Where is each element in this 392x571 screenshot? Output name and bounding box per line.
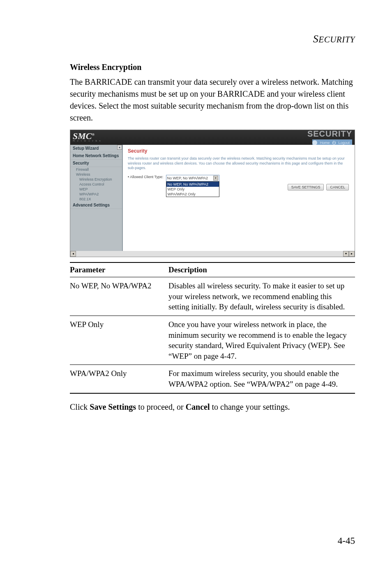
sidebar-item-access-control[interactable]: Access Control — [70, 182, 122, 187]
select-value: No WEP, No WPA/WPA2 — [167, 176, 208, 180]
action-buttons: SAVE SETTINGS CANCEL — [288, 184, 349, 190]
closing-text: to proceed, or — [136, 402, 186, 411]
table-row: WPA/WPA2 Only For maximum wireless secur… — [70, 365, 355, 393]
dropdown-option[interactable]: WEP Only — [166, 187, 219, 192]
scroll-up-icon[interactable]: ▴ — [117, 145, 122, 150]
section-heading: Wireless Encryption — [70, 63, 355, 72]
page-header: SECURITY — [70, 33, 355, 45]
desc-cell: Once you have your wireless network in p… — [168, 316, 355, 365]
page-number: 4-45 — [338, 536, 355, 546]
logout-link[interactable]: Logout — [338, 141, 350, 145]
reg-mark: ® — [92, 132, 95, 137]
content-pane: Security The wireless router can transmi… — [123, 145, 355, 251]
intro-paragraph: The BARRICADE can transmit your data sec… — [70, 76, 355, 124]
sidebar-item-home-network[interactable]: Home Network Settings — [70, 152, 122, 160]
param-cell: WEP Only — [70, 316, 168, 365]
content-description: The wireless router can transmit your da… — [128, 156, 350, 171]
save-settings-button[interactable]: SAVE SETTINGS — [288, 184, 324, 190]
closing-paragraph: Click Save Settings to proceed, or Cance… — [70, 401, 355, 413]
sidebar-item-wireless[interactable]: Wireless — [70, 172, 122, 177]
param-cell: No WEP, No WPA/WPA2 — [70, 277, 168, 316]
logo-subtext: N e t w o r k s — [73, 140, 101, 142]
sidebar-item-8021x[interactable]: 802.1X — [70, 197, 122, 202]
desc-cell: Disables all wireless security. To make … — [168, 277, 355, 316]
dropdown-option[interactable]: WPA/WPA2 Only — [166, 192, 219, 197]
dropdown-list: No WEP, No WPA/WPA2 WEP Only WPA/WPA2 On… — [166, 181, 219, 197]
dropdown-option[interactable]: No WEP, No WPA/WPA2 — [166, 182, 219, 187]
col-header-description: Description — [168, 262, 355, 277]
sidebar-item-wep[interactable]: WEP — [70, 187, 122, 192]
col-header-parameter: Parameter — [70, 262, 168, 277]
sidebar-item-wpa-wpa2[interactable]: WPA/WPA2 — [70, 192, 122, 197]
sidebar-item-advanced[interactable]: Advanced Settings — [70, 202, 122, 209]
sidebar-item-setup-wizard[interactable]: Setup Wizard — [70, 145, 122, 152]
scroll-right-icon[interactable]: ▸ — [349, 251, 355, 257]
closing-text: Click — [70, 402, 90, 411]
table-row: No WEP, No WPA/WPA2 Disables all wireles… — [70, 277, 355, 316]
scroll-left-icon[interactable]: ◂ — [70, 251, 76, 257]
content-heading: Security — [128, 148, 350, 154]
param-cell: WPA/WPA2 Only — [70, 365, 168, 393]
sidebar-item-wireless-encryption[interactable]: Wireless Encryption — [70, 177, 122, 182]
router-admin-screenshot: SMC® N e t w o r k s SECURITY ⌂ Home ⏻ L… — [70, 130, 355, 257]
sidebar: ▴ Setup Wizard Home Network Settings Sec… — [70, 145, 123, 251]
chevron-down-icon[interactable]: ▾ — [213, 176, 218, 181]
parameter-table: Parameter Description No WEP, No WPA/WPA… — [70, 262, 355, 394]
closing-text: to change your settings. — [210, 402, 290, 411]
allowed-client-type-label: Allowed Client Type: — [128, 175, 164, 179]
home-link[interactable]: Home — [320, 141, 330, 145]
page-header-first: S — [313, 33, 319, 45]
cancel-button[interactable]: CANCEL — [326, 184, 349, 190]
logout-icon[interactable]: ⏻ — [332, 141, 336, 145]
sidebar-item-security[interactable]: Security — [70, 160, 122, 167]
home-icon[interactable]: ⌂ — [312, 140, 317, 145]
smc-logo: SMC® N e t w o r k s — [73, 132, 101, 142]
scroll-down-icon[interactable]: ▾ — [343, 251, 349, 257]
page-header-rest: ECURITY — [318, 35, 355, 44]
screenshot-body: ▴ Setup Wizard Home Network Settings Sec… — [70, 145, 355, 251]
cancel-text: Cancel — [186, 402, 210, 411]
desc-cell: For maximum wireless security, you shoul… — [168, 365, 355, 393]
top-title: SECURITY — [307, 130, 352, 139]
topbar: SMC® N e t w o r k s SECURITY ⌂ Home ⏻ L… — [70, 130, 355, 145]
sidebar-item-firewall[interactable]: Firewall — [70, 167, 122, 172]
save-settings-text: Save Settings — [90, 402, 136, 411]
table-row: WEP Only Once you have your wireless net… — [70, 316, 355, 365]
allowed-client-type-select[interactable]: No WEP, No WPA/WPA2 ▾ — [166, 175, 219, 181]
bottom-scrollbar: ◂ ▾ ▸ — [70, 251, 355, 257]
